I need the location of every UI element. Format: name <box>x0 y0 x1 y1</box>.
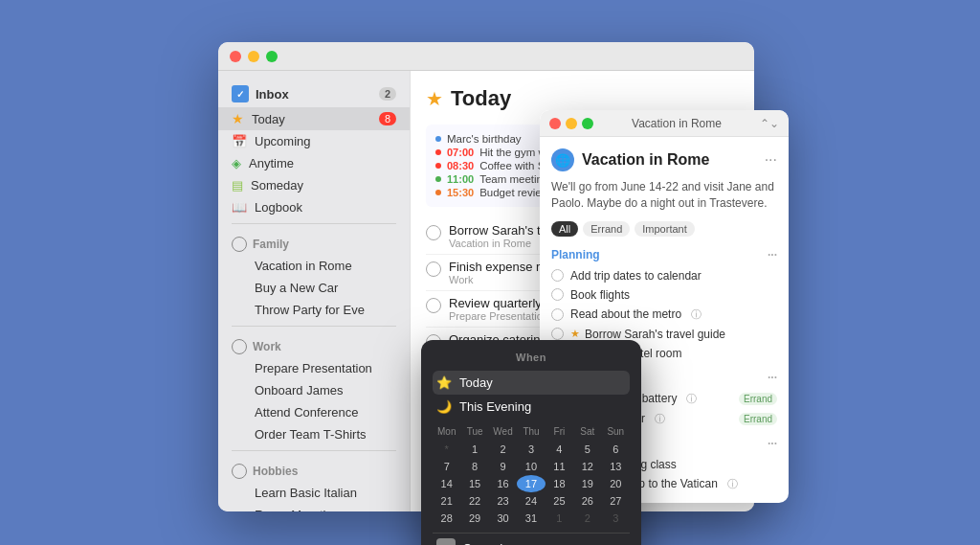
cal-cell[interactable]: 20 <box>602 475 630 492</box>
task-list-title: ★ Today <box>426 86 739 111</box>
group-hobbies-label: Hobbies <box>253 465 298 478</box>
detail-title: Vacation in Rome <box>632 117 722 130</box>
detail-close-button[interactable] <box>549 118 561 129</box>
detail-chevron[interactable]: ⌃⌄ <box>760 117 779 130</box>
divider-2 <box>232 326 396 327</box>
planning-dots[interactable]: ··· <box>768 248 777 261</box>
sidebar-item-throw-party[interactable]: Throw Party for Eve <box>218 299 410 321</box>
detail-checkbox[interactable] <box>551 328 564 340</box>
cal-cell[interactable]: 7 <box>433 458 460 475</box>
minimize-button[interactable] <box>248 51 259 62</box>
info-icon: ⓘ <box>655 412 665 426</box>
errand-tag: Errand <box>739 393 777 405</box>
popup-title: When <box>433 352 630 363</box>
cal-cell[interactable]: 9 <box>489 458 517 475</box>
evening-popup-icon: 🌙 <box>436 399 452 414</box>
detail-task-metro[interactable]: Read about the metro ⓘ <box>551 305 777 325</box>
detail-checkbox[interactable] <box>551 308 564 321</box>
inbox-badge: 2 <box>379 87 396 101</box>
sidebar-item-learn-italian[interactable]: Learn Basic Italian <box>218 482 410 504</box>
task-checkbox[interactable] <box>426 298 441 313</box>
cal-cell[interactable]: 24 <box>517 492 545 510</box>
cal-cell[interactable]: 16 <box>489 475 517 492</box>
cal-cell[interactable]: 1 <box>460 441 488 458</box>
cal-cell[interactable]: 4 <box>546 441 573 458</box>
sidebar-item-order-tshirts[interactable]: Order Team T-Shirts <box>218 423 410 445</box>
cal-cell[interactable]: 10 <box>517 458 545 475</box>
meeting-text: Team meeting <box>479 173 548 185</box>
sidebar-item-onboard-james[interactable]: Onboard James <box>218 379 410 401</box>
cal-cell[interactable]: 6 <box>602 441 630 458</box>
tag-errand[interactable]: Errand <box>583 221 630 237</box>
logbook-label: Logbook <box>255 200 302 215</box>
someday-label: Someday <box>251 178 303 193</box>
cal-cell[interactable]: 13 <box>602 458 630 475</box>
detail-dots[interactable]: ··· <box>765 151 777 169</box>
cal-cell[interactable]: 30 <box>489 510 517 527</box>
today-popup-label: Today <box>459 375 493 390</box>
cal-cell[interactable]: 19 <box>573 475 601 492</box>
things-do-dots[interactable]: ··· <box>768 437 777 450</box>
detail-task-flights[interactable]: Book flights <box>551 285 777 305</box>
cal-cell[interactable]: 3 <box>602 510 630 527</box>
cal-cell-today[interactable]: 17 <box>517 475 545 492</box>
sidebar-item-vacation-rome[interactable]: Vacation in Rome <box>218 255 410 277</box>
task-checkbox[interactable] <box>426 261 441 277</box>
cal-cell[interactable]: 12 <box>573 458 601 475</box>
tag-important[interactable]: Important <box>635 221 694 237</box>
cal-cell[interactable]: 21 <box>433 492 460 510</box>
cal-cell[interactable]: 8 <box>460 458 488 475</box>
sidebar-item-attend-conf[interactable]: Attend Conference <box>218 401 410 423</box>
sidebar-item-anytime[interactable]: ◈ Anytime <box>218 152 410 174</box>
sidebar-item-upcoming[interactable]: 📅 Upcoming <box>218 130 410 152</box>
vacation-rome-label: Vacation in Rome <box>255 259 352 273</box>
book-icon: 📖 <box>232 200 247 215</box>
cal-cell[interactable]: 5 <box>573 441 601 458</box>
cal-cell[interactable]: * <box>433 441 460 458</box>
cal-cell[interactable]: 25 <box>546 492 573 510</box>
cal-cell[interactable]: 31 <box>517 510 545 527</box>
sidebar-item-prepare-pres[interactable]: Prepare Presentation <box>218 357 410 379</box>
cal-cell[interactable]: 2 <box>573 510 601 527</box>
cal-cell[interactable]: 2 <box>489 441 517 458</box>
close-button[interactable] <box>230 51 241 62</box>
window-titlebar <box>218 42 754 71</box>
popup-someday-option[interactable]: ▤ Someday <box>433 533 630 545</box>
cal-cell[interactable]: 14 <box>433 475 460 492</box>
cal-cell[interactable]: 3 <box>517 441 545 458</box>
cal-cell[interactable]: 23 <box>489 492 517 510</box>
cal-cell[interactable]: 28 <box>433 510 460 527</box>
cal-fri: Fri <box>546 426 573 437</box>
cal-cell[interactable]: 22 <box>460 492 488 510</box>
sidebar-item-run-marathon[interactable]: Run a Marathon <box>218 504 410 511</box>
sidebar-item-buy-car[interactable]: Buy a New Car <box>218 277 410 299</box>
cal-cell[interactable]: 1 <box>546 510 573 527</box>
sidebar-inbox[interactable]: ✓ Inbox 2 <box>218 80 410 107</box>
detail-heading: Vacation in Rome <box>582 151 709 169</box>
cal-cell[interactable]: 15 <box>460 475 488 492</box>
detail-checkbox[interactable] <box>551 288 564 301</box>
maximize-button[interactable] <box>266 51 278 62</box>
tag-all[interactable]: All <box>551 221 578 237</box>
popup-option-evening[interactable]: 🌙 This Evening <box>433 395 630 419</box>
divider-3 <box>232 450 396 451</box>
cal-cell[interactable]: 27 <box>602 492 630 510</box>
detail-task-trip-dates[interactable]: Add trip dates to calendar <box>551 266 777 285</box>
sidebar-item-today[interactable]: ★ Today 8 <box>218 107 410 130</box>
birthday-dot <box>435 136 441 142</box>
sidebar-item-logbook[interactable]: 📖 Logbook <box>218 196 410 218</box>
detail-minimize-button[interactable] <box>566 118 577 129</box>
things-buy-dots[interactable]: ··· <box>768 371 777 384</box>
popup-option-today[interactable]: ⭐ Today <box>433 371 630 395</box>
cal-cell[interactable]: 18 <box>546 475 573 492</box>
learn-italian-label: Learn Basic Italian <box>255 486 357 500</box>
task-checkbox[interactable] <box>426 225 441 240</box>
tag-row: All Errand Important <box>551 221 777 237</box>
sidebar-item-someday[interactable]: ▤ Someday <box>218 174 410 196</box>
cal-cell[interactable]: 26 <box>573 492 601 510</box>
detail-checkbox[interactable] <box>551 269 564 282</box>
cal-cell[interactable]: 29 <box>460 510 488 527</box>
birthday-text: Marc's birthday <box>447 133 522 145</box>
cal-cell[interactable]: 11 <box>546 458 573 475</box>
detail-maximize-button[interactable] <box>582 118 593 129</box>
